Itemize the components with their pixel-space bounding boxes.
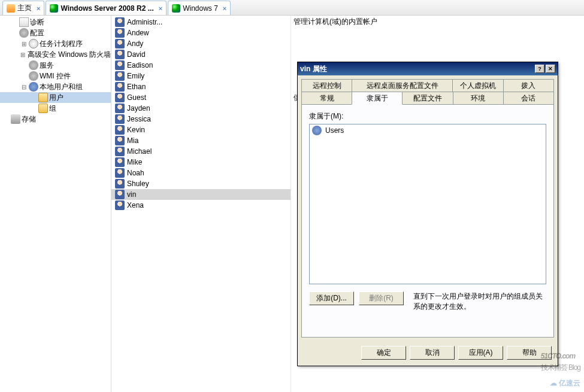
close-icon[interactable]: × xyxy=(223,5,226,12)
tree-item-label: 诊断 xyxy=(30,17,44,28)
tree-item-label: 用户 xyxy=(49,93,63,103)
tree-item-label: WMI 控件 xyxy=(40,71,71,81)
user-row[interactable]: Michael xyxy=(111,146,291,157)
user-row[interactable]: vin xyxy=(111,189,291,200)
user-row[interactable]: Ethan xyxy=(111,81,291,92)
tab-profile[interactable]: 配置文件 xyxy=(402,92,453,105)
user-name: Michael xyxy=(127,147,152,156)
tree-item[interactable]: 配置 xyxy=(0,28,111,38)
user-name: Mia xyxy=(127,136,138,145)
user-row[interactable]: Andy xyxy=(111,38,291,49)
member-of-label: 隶属于(M): xyxy=(309,111,546,121)
tree-item-label: 组 xyxy=(49,104,56,114)
user-icon xyxy=(115,179,125,189)
user-row[interactable]: Mike xyxy=(111,157,291,168)
tab-win7[interactable]: Windows 7 × xyxy=(168,1,231,15)
user-row[interactable]: Andew xyxy=(111,28,291,38)
tab-member-of[interactable]: 隶属于 xyxy=(352,92,403,105)
expand-icon[interactable]: ⊞ xyxy=(20,41,28,47)
home-icon xyxy=(7,4,15,13)
user-icon xyxy=(115,60,125,70)
user-row[interactable]: Administr... xyxy=(111,17,291,28)
tab-server2008[interactable]: Windows Server 2008 R2 ... × xyxy=(46,1,167,15)
tree-item[interactable]: ⊟本地用户和组 xyxy=(0,81,111,92)
ok-button[interactable]: 确定 xyxy=(361,346,406,360)
close-icon[interactable]: ✕ xyxy=(546,65,555,73)
tab-home[interactable]: 主页 × xyxy=(2,1,44,15)
tree-item-label: 存储 xyxy=(22,114,36,124)
tree-item[interactable]: ⊞高级安全 Windows 防火墙 xyxy=(0,49,111,60)
tree-item[interactable]: 诊断 xyxy=(0,17,111,28)
user-description: 管理计算机(域)的内置帐户 xyxy=(291,16,584,27)
dialog-tabs: 远程控制 远程桌面服务配置文件 个人虚拟机 拨入 常规 隶属于 配置文件 环境 … xyxy=(301,79,554,105)
tab-general[interactable]: 常规 xyxy=(301,92,352,105)
list-item[interactable]: Users xyxy=(311,126,544,135)
user-row[interactable]: Emily xyxy=(111,71,291,81)
user-icon xyxy=(115,157,125,167)
tree-item[interactable]: WMI 控件 xyxy=(0,71,111,81)
group-icon xyxy=(312,126,322,135)
tab-dialin[interactable]: 拨入 xyxy=(503,79,554,92)
user-row[interactable]: Xena xyxy=(111,200,291,211)
tab-remote-control[interactable]: 远程控制 xyxy=(301,79,352,92)
user-list[interactable]: Administr...AndewAndyDavidEadisonEmilyEt… xyxy=(111,16,291,212)
vm-tabs-bar: 主页 × Windows Server 2008 R2 ... × Window… xyxy=(0,0,584,16)
user-icon xyxy=(115,82,125,92)
gear-icon xyxy=(29,60,38,70)
tree-item[interactable]: 组 xyxy=(0,103,111,114)
gear-icon xyxy=(19,28,29,38)
clock-icon xyxy=(29,39,38,48)
vm-icon xyxy=(50,4,58,13)
close-icon[interactable]: × xyxy=(37,5,40,12)
diag-icon xyxy=(19,17,29,27)
cancel-button[interactable]: 取消 xyxy=(410,346,455,360)
add-button[interactable]: 添加(D)... xyxy=(309,291,354,305)
watermark-51cto: 51CTO.com 技术捕荟 Blog xyxy=(541,344,580,373)
tree-item[interactable]: 存储 xyxy=(0,114,111,124)
tree-item[interactable]: 服务 xyxy=(0,60,111,71)
user-row[interactable]: Mia xyxy=(111,135,291,146)
user-icon xyxy=(115,50,125,59)
user-row[interactable]: Guest xyxy=(111,92,291,103)
tree-item-label: 任务计划程序 xyxy=(40,39,83,49)
nav-tree[interactable]: 诊断配置⊞任务计划程序⊞高级安全 Windows 防火墙服务WMI 控件⊟本地用… xyxy=(0,16,111,126)
user-icon xyxy=(115,93,125,102)
folder-icon xyxy=(38,104,48,113)
user-row[interactable]: Noah xyxy=(111,168,291,178)
user-row[interactable]: David xyxy=(111,49,291,60)
tab-personal-vm[interactable]: 个人虚拟机 xyxy=(452,79,503,92)
user-list-pane: Administr...AndewAndyDavidEadisonEmilyEt… xyxy=(111,16,291,392)
tree-item-label: 本地用户和组 xyxy=(40,82,83,92)
user-row[interactable]: Shuley xyxy=(111,178,291,189)
apply-button[interactable]: 应用(A) xyxy=(458,346,503,360)
collapse-icon[interactable]: ⊟ xyxy=(20,84,28,90)
user-row[interactable]: Eadison xyxy=(111,60,291,71)
remove-button[interactable]: 删除(R) xyxy=(359,291,404,305)
close-icon[interactable]: × xyxy=(159,5,162,12)
tab-environment[interactable]: 环境 xyxy=(453,92,504,105)
tab-session[interactable]: 会话 xyxy=(503,92,554,105)
tree-item[interactable]: 用户 xyxy=(0,92,111,103)
tree-item[interactable]: ⊞任务计划程序 xyxy=(0,38,111,49)
user-name: Noah xyxy=(127,169,144,177)
user-icon xyxy=(115,71,125,81)
user-row[interactable]: Jayden xyxy=(111,103,291,114)
help-icon[interactable]: ? xyxy=(535,65,544,73)
folder-icon xyxy=(38,93,48,102)
expand-icon[interactable]: ⊞ xyxy=(20,51,25,58)
user-row[interactable]: Jessica xyxy=(111,114,291,124)
user-icon xyxy=(115,200,125,210)
user-name: Emily xyxy=(127,72,144,80)
user-icon xyxy=(115,39,125,48)
member-of-listbox[interactable]: Users xyxy=(309,124,546,284)
user-row[interactable]: Kevin xyxy=(111,124,291,135)
tab-remote-desktop-profile[interactable]: 远程桌面服务配置文件 xyxy=(352,79,453,92)
dialog-titlebar[interactable]: vin 属性 ? ✕ xyxy=(298,62,558,75)
tab-label: Windows Server 2008 R2 ... xyxy=(60,4,153,13)
dialog-footer: 确定 取消 应用(A) 帮助 xyxy=(298,341,558,366)
user-name: Eadison xyxy=(127,61,153,69)
user-name: Ethan xyxy=(127,83,146,91)
tree-item-label: 高级安全 Windows 防火墙 xyxy=(28,50,111,60)
user-icon xyxy=(115,17,125,27)
user-icon xyxy=(115,190,125,199)
